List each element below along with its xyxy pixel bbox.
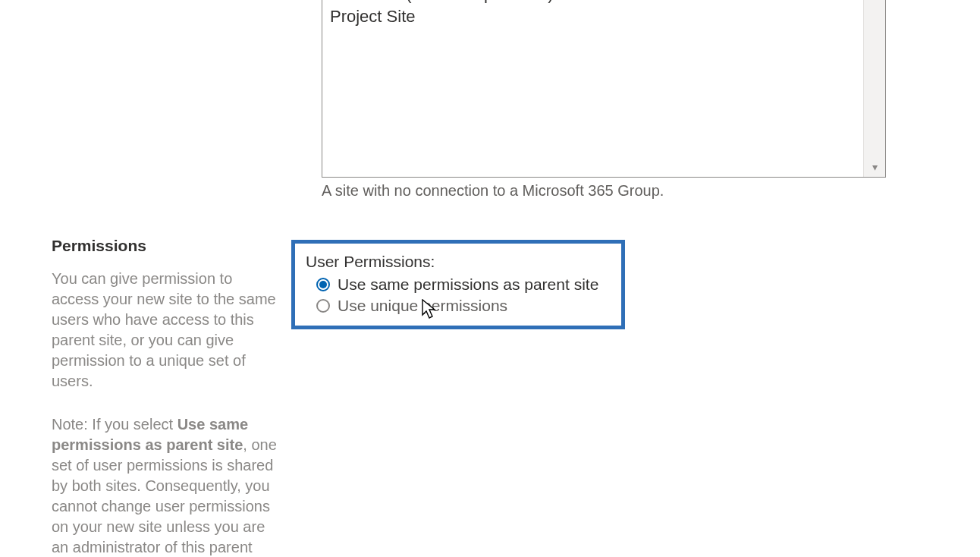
template-listbox-items: Team site (classic experience) Project S… (322, 0, 885, 28)
radio-use-same-permissions[interactable]: Use same permissions as parent site (316, 275, 611, 294)
permissions-heading: Permissions (52, 237, 279, 255)
radio-icon (316, 299, 330, 313)
radio-label: Use unique permissions (338, 297, 507, 315)
template-item-team-site-classic[interactable]: Team site (classic experience) (330, 0, 878, 5)
template-listbox-scrollbar[interactable]: ▾ (863, 0, 885, 177)
permissions-description: You can give permission to access your n… (52, 269, 279, 392)
user-permissions-label: User Permissions: (306, 253, 611, 271)
template-caption: A site with no connection to a Microsoft… (322, 182, 664, 200)
template-item-project-site[interactable]: Project Site (330, 5, 878, 28)
scroll-down-icon[interactable]: ▾ (864, 159, 885, 175)
template-listbox[interactable]: Team site (classic experience) Project S… (322, 0, 886, 178)
radio-label: Use same permissions as parent site (338, 275, 598, 294)
radio-icon (316, 278, 330, 291)
permissions-note-tail: , one set of user permissions is shared … (52, 436, 277, 557)
permissions-section: Permissions You can give permission to a… (52, 237, 279, 557)
radio-use-unique-permissions[interactable]: Use unique permissions (316, 297, 611, 315)
permissions-note: Note: If you select Use same permissions… (52, 414, 279, 557)
permissions-note-lead: Note: If you select (52, 416, 177, 433)
user-permissions-group: User Permissions: Use same permissions a… (291, 240, 625, 329)
